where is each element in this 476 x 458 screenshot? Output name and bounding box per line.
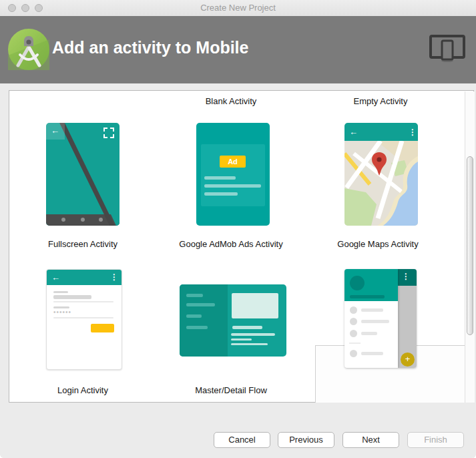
fullscreen-icon [103,128,114,138]
back-arrow-icon: ← [51,126,59,136]
placeholder-line [186,294,203,297]
svg-text:←: ← [349,127,358,137]
android-studio-logo-icon [8,29,49,70]
gallery-item-label[interactable]: Google AdMob Ads Activity [164,239,298,249]
placeholder-line [361,308,383,312]
create-new-project-window: Create New Project Add an activity to Mo… [0,0,476,458]
gallery-item-empty-activity[interactable]: Empty Activity [314,96,447,106]
svg-text:⋮: ⋮ [409,128,417,137]
sign-in-button-placeholder [91,324,114,332]
gallery-item-label[interactable]: Google Maps Activity [311,239,445,249]
navigation-drawer-thumbnail[interactable]: ⋮ + [344,269,417,368]
finish-button: Finish [407,432,464,448]
placeholder-line [186,326,208,329]
master-detail-thumbnail[interactable] [180,284,286,357]
titlebar: Create New Project [0,0,476,17]
menu-item-icon [350,306,357,314]
overflow-menu-icon: ⋮ [110,272,118,282]
placeholder-line [204,192,238,196]
menu-item-icon [350,318,357,325]
placeholder-line [204,176,236,180]
input-underline [53,317,113,318]
scrollbar[interactable] [465,91,475,403]
activity-gallery: Blank Activity Empty Activity Navigation… [9,90,474,403]
previous-button[interactable]: Previous [278,432,334,448]
placeholder-line [231,338,252,340]
fullscreen-activity-thumbnail[interactable]: ← [46,123,120,226]
divider [349,342,361,344]
cancel-button[interactable]: Cancel [214,432,270,448]
wizard-footer: Cancel Previous Next Finish [0,403,476,458]
scrollbar-thumb[interactable] [467,156,473,335]
map-preview-art: ← ⋮ [344,123,418,226]
gallery-item-label[interactable]: Login Activity [16,385,150,395]
fab-plus-icon: + [401,353,415,367]
placeholder-line [204,184,261,188]
gallery-item-label[interactable]: Fullscreen Activity [16,239,150,249]
placeholder-line [232,326,262,329]
next-button[interactable]: Next [342,432,399,448]
admob-activity-thumbnail[interactable]: Ad [196,123,270,226]
wizard-header: Add an activity to Mobile [0,16,476,83]
login-activity-thumbnail[interactable]: ← ⋮ •••••• [46,269,122,370]
mobile-tablet-form-factor-icon [429,33,466,64]
overflow-menu-icon: ⋮ [402,272,410,281]
drawer-header [344,269,398,301]
placeholder-line [350,295,385,298]
app-bar: ← ⋮ [47,270,122,285]
app-bar-behind-drawer: ⋮ [398,269,417,286]
placeholder-line [53,291,68,293]
ad-content-panel [201,144,265,206]
password-dots: •••••• [53,308,71,316]
avatar [350,276,365,290]
back-chip: ← [46,123,65,140]
placeholder-line [231,333,275,336]
maps-activity-thumbnail[interactable]: ← ⋮ [344,123,418,226]
wizard-step-title: Add an activity to Mobile [52,38,248,57]
back-arrow-icon: ← [51,272,60,282]
placeholder-line [231,343,268,345]
detail-image-placeholder [232,293,278,318]
menu-item-icon [350,330,357,337]
window-title: Create New Project [0,3,476,13]
placeholder-line [186,303,215,306]
gallery-item-label[interactable]: Master/Detail Flow [164,385,298,395]
placeholder-line [361,352,383,355]
gallery-item-blank-activity[interactable]: Blank Activity [164,96,298,106]
placeholder-line [361,332,377,335]
placeholder-line [186,314,202,318]
ad-badge: Ad [220,156,246,168]
placeholder-line [53,295,91,299]
drawer-panel [344,269,398,368]
placeholder-line [361,320,389,323]
menu-item-icon [350,350,357,357]
input-underline [53,301,113,302]
